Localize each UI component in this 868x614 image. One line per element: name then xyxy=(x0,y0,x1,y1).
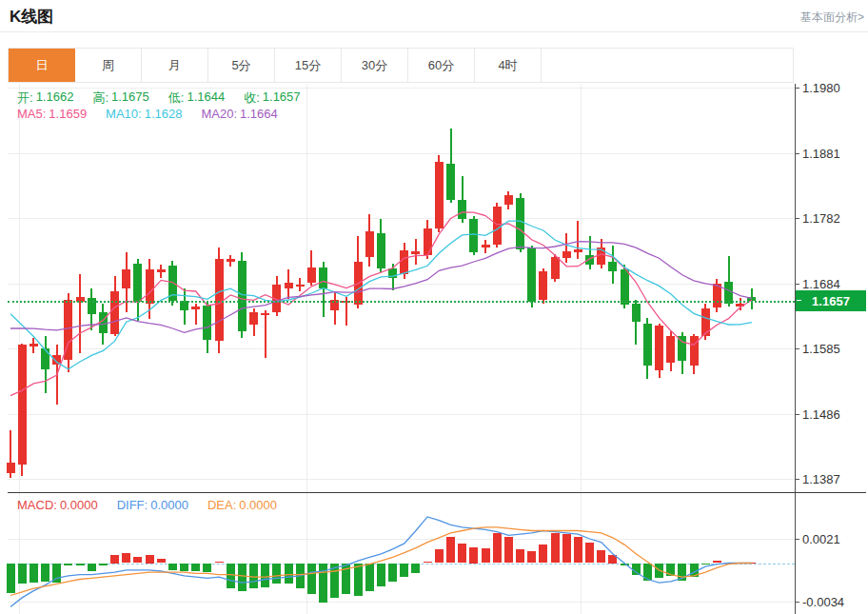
macd-bar xyxy=(504,537,513,564)
legend-item: DIFF:0.0000 xyxy=(117,498,188,512)
candle-body xyxy=(632,304,641,322)
macd-bar xyxy=(678,564,686,581)
candle-body xyxy=(621,269,629,305)
macd-bar xyxy=(296,564,305,589)
macd-bar xyxy=(52,564,61,584)
tab-month[interactable]: 月 xyxy=(142,49,208,82)
candle-wick xyxy=(79,274,81,353)
legend-label: 开: xyxy=(17,89,33,107)
candle-body xyxy=(574,249,582,253)
tab-15min[interactable]: 15分 xyxy=(275,49,342,82)
gridline-vertical xyxy=(306,84,307,614)
tab-30min[interactable]: 30分 xyxy=(342,49,408,82)
macd-bar xyxy=(191,564,200,572)
gridline-horizontal xyxy=(8,348,795,349)
macd-bar xyxy=(249,564,258,589)
macd-bar xyxy=(701,564,710,564)
candle-body xyxy=(307,267,316,284)
legend-value: 0.0000 xyxy=(239,498,277,512)
macd-bar xyxy=(424,562,432,563)
candle-body xyxy=(133,264,142,302)
candle-body xyxy=(527,248,536,302)
legend-label: DIFF: xyxy=(117,498,148,512)
macd-bar xyxy=(88,564,96,572)
chart-area: 1.19801.18811.17821.16841.15851.14861.13… xyxy=(0,84,868,614)
candle-body xyxy=(191,307,200,309)
macd-bar xyxy=(435,549,444,564)
candle-body xyxy=(504,195,513,205)
candle-body xyxy=(157,269,166,272)
macd-bar xyxy=(261,564,269,588)
macd-bar xyxy=(643,564,652,581)
gridline-horizontal xyxy=(8,539,795,540)
candle-body xyxy=(597,248,605,265)
candle-body xyxy=(354,262,363,305)
macd-bar xyxy=(238,564,247,591)
candle-body xyxy=(539,271,547,300)
candle-body xyxy=(424,228,432,255)
candle-body xyxy=(227,259,235,263)
header-divider xyxy=(0,31,868,32)
macd-bar xyxy=(482,548,490,564)
candle-body xyxy=(110,291,119,334)
legend-label: 收: xyxy=(244,89,260,107)
legend-value: 1.1657 xyxy=(263,89,301,107)
legend-value: 0.0000 xyxy=(150,498,188,512)
tab-4hour[interactable]: 4时 xyxy=(475,49,542,82)
current-price-line xyxy=(8,301,795,303)
macd-bar xyxy=(458,544,466,564)
candle-body xyxy=(736,304,744,307)
candle-body xyxy=(400,250,408,274)
macd-bar xyxy=(655,564,663,579)
macd-bar xyxy=(122,553,130,564)
candle-body xyxy=(482,245,490,248)
gridline-horizontal xyxy=(8,414,795,415)
candle-body xyxy=(666,336,675,363)
macd-bar xyxy=(377,564,385,586)
legend-item: 开:1.1662 xyxy=(17,89,73,107)
legend-value: 1.1644 xyxy=(187,89,225,107)
legend-value: 1.1662 xyxy=(36,89,74,107)
macd-bar xyxy=(110,555,119,564)
interval-tabbar: 日周月5分15分30分60分4时 xyxy=(8,48,794,83)
candle-body xyxy=(608,262,617,271)
legend-label: MA5: xyxy=(17,107,46,121)
macd-bar xyxy=(7,564,15,594)
candle-body xyxy=(516,198,524,249)
current-price-tag: 1.1657 xyxy=(796,290,866,311)
axis-tick xyxy=(795,153,799,154)
axis-label: 1.1881 xyxy=(802,146,840,160)
kline-chart-widget: K线图 基本面分析> 日周月5分15分30分60分4时 1.19801.1881… xyxy=(0,0,868,614)
candle-body xyxy=(365,231,374,257)
tab-week[interactable]: 周 xyxy=(75,49,142,82)
axis-label: 1.1684 xyxy=(802,276,840,290)
candle-body xyxy=(713,284,721,308)
macd-bar xyxy=(621,564,629,565)
macd-bar xyxy=(608,555,617,564)
tab-day[interactable]: 日 xyxy=(9,49,75,82)
price-tag-tick xyxy=(797,300,801,301)
candle-body xyxy=(122,269,130,288)
fundamental-analysis-link[interactable]: 基本面分析> xyxy=(800,10,864,26)
macd-bar xyxy=(215,562,224,563)
macd-bar xyxy=(411,564,420,574)
candle-body xyxy=(435,162,444,228)
tab-60min[interactable]: 60分 xyxy=(408,49,475,82)
axis-tick xyxy=(795,479,799,480)
tab-5min[interactable]: 5分 xyxy=(208,49,275,82)
gridline-horizontal xyxy=(8,218,795,219)
candle-body xyxy=(377,233,385,268)
macd-bar xyxy=(319,564,327,603)
candle-body xyxy=(388,268,397,278)
legend-label: 低: xyxy=(168,89,185,107)
page-title: K线图 xyxy=(10,6,53,28)
candle-body xyxy=(285,283,293,288)
legend-value: 1.1659 xyxy=(49,107,87,121)
macd-bar xyxy=(157,559,166,564)
legend-item: MA5:1.1659 xyxy=(17,107,87,121)
macd-bar xyxy=(76,564,85,565)
axis-tick xyxy=(795,602,799,603)
macd-bar xyxy=(632,564,641,575)
candle-body xyxy=(99,312,108,333)
macd-bar xyxy=(354,564,363,596)
